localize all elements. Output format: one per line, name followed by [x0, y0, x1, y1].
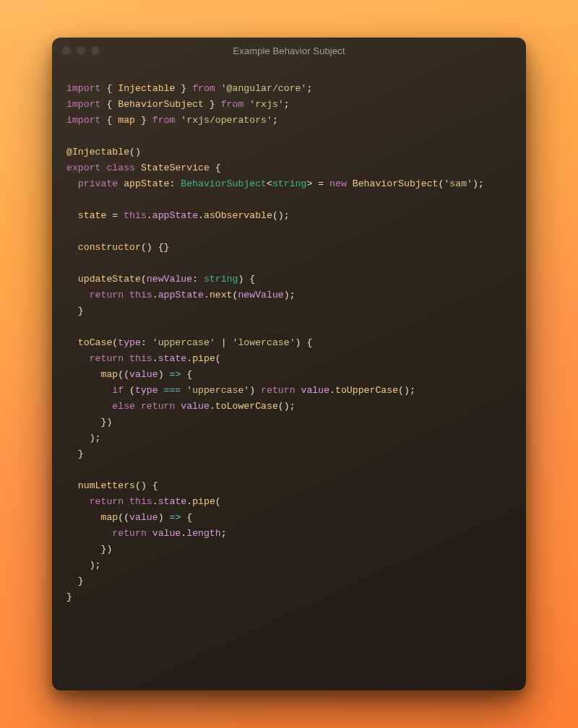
code-line: import { map } from 'rxjs/operators'; [66, 113, 512, 129]
code-window: Example Behavior Subject import { Inject… [52, 38, 526, 690]
code-line: updateState(newValue: string) { [66, 272, 512, 287]
code-line: return value.length; [66, 526, 512, 542]
minimize-icon[interactable] [77, 46, 85, 55]
code-line [66, 192, 512, 208]
code-line: ); [66, 430, 512, 446]
code-line [66, 129, 512, 144]
code-line: ); [66, 558, 512, 573]
code-line [66, 319, 512, 335]
code-line: } [66, 446, 512, 462]
close-icon[interactable] [62, 46, 71, 55]
titlebar: Example Behavior Subject [52, 38, 526, 64]
code-line: constructor() {} [66, 240, 512, 256]
code-line: numLetters() { [66, 478, 512, 494]
code-line: } [66, 303, 512, 319]
code-line: map((value) => { [66, 367, 512, 383]
code-line: import { BehaviorSubject } from 'rxjs'; [66, 97, 512, 113]
code-line: return this.appState.next(newValue); [66, 287, 512, 303]
code-line: private appState: BehaviorSubject<string… [66, 176, 512, 192]
code-line: toCase(type: 'uppercase' | 'lowercase') … [66, 335, 512, 351]
code-line: @Injectable() [66, 144, 512, 160]
code-line: if (type === 'uppercase') return value.t… [66, 383, 512, 399]
window-title: Example Behavior Subject [52, 46, 526, 56]
code-editor[interactable]: import { Injectable } from '@angular/cor… [52, 64, 526, 690]
code-line [66, 224, 512, 240]
code-line: export class StateService { [66, 160, 512, 176]
code-line [66, 256, 512, 272]
window-controls [62, 46, 100, 55]
code-line: state = this.appState.asObservable(); [66, 208, 512, 224]
code-line: return this.state.pipe( [66, 351, 512, 367]
code-line: map((value) => { [66, 510, 512, 526]
code-line [66, 462, 512, 478]
code-line: return this.state.pipe( [66, 494, 512, 510]
code-line: } [66, 573, 512, 589]
zoom-icon[interactable] [91, 46, 100, 55]
code-line: }) [66, 542, 512, 558]
code-line: else return value.toLowerCase(); [66, 399, 512, 415]
code-line: }) [66, 415, 512, 430]
code-line: import { Injectable } from '@angular/cor… [66, 81, 512, 97]
code-line: } [66, 589, 512, 605]
